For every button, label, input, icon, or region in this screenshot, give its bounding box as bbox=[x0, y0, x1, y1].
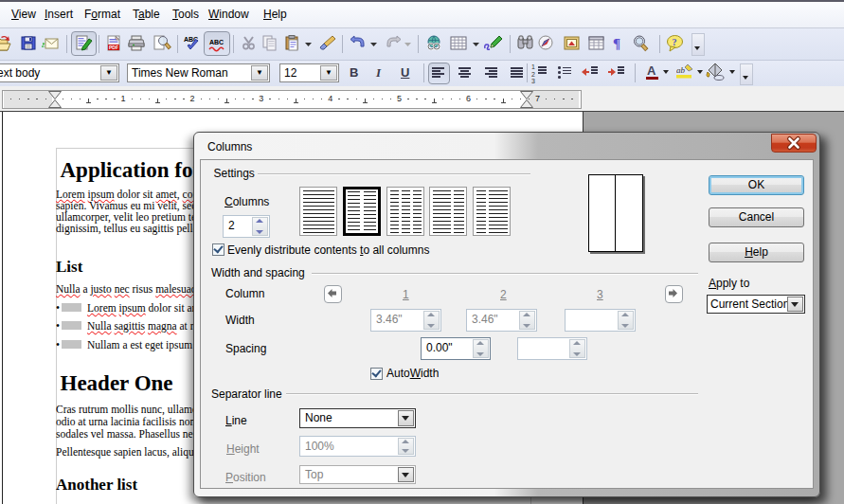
svg-text:PDF: PDF bbox=[109, 45, 118, 50]
svg-text:¶: ¶ bbox=[613, 36, 620, 51]
svg-text:ABC: ABC bbox=[209, 39, 224, 45]
svg-text:?: ? bbox=[673, 37, 677, 47]
svg-text:ab: ab bbox=[676, 65, 686, 75]
